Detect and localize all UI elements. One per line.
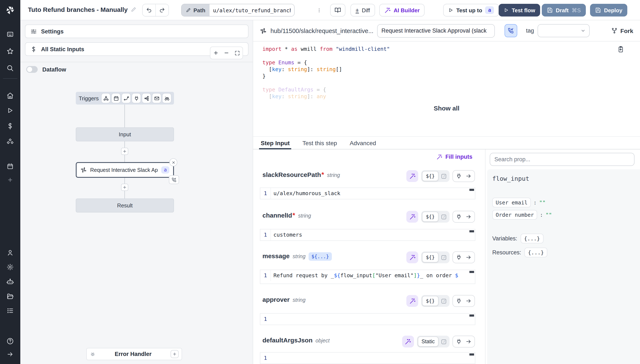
triggers-node[interactable]: Triggers [76, 92, 174, 104]
tag-select[interactable] [538, 24, 590, 37]
function-mode-icon[interactable] [438, 296, 449, 306]
undo-button[interactable] [143, 4, 155, 16]
zoom-in-button[interactable] [213, 50, 219, 56]
result-node[interactable]: Result [76, 198, 174, 212]
step-summary-input[interactable] [377, 24, 494, 38]
copy-code-icon[interactable] [617, 46, 624, 53]
arrow-right-icon[interactable] [466, 173, 472, 179]
fit-view-button[interactable] [234, 50, 240, 56]
code-preview[interactable]: import * as wmill from "windmill-client"… [253, 42, 640, 136]
field-value[interactable]: u/alex/humorous_slack [270, 188, 475, 199]
plug-connect-icon[interactable] [456, 254, 462, 260]
field-editor[interactable]: 1 customers [260, 229, 475, 241]
template-mode-button[interactable]: ${} [422, 296, 438, 306]
search-prop-input[interactable] [490, 153, 634, 166]
deploy-button[interactable]: Deploy [590, 4, 628, 16]
arrow-right-icon[interactable] [466, 298, 472, 304]
settings-gear-icon[interactable] [6, 264, 14, 271]
websocket-trigger-icon[interactable] [132, 94, 140, 103]
ai-fill-button[interactable] [402, 336, 414, 348]
apps-icon[interactable] [6, 31, 14, 38]
http-route-trigger-icon[interactable] [122, 94, 130, 103]
prop-key-chip[interactable]: Order number [492, 210, 537, 220]
edit-title-icon[interactable] [130, 7, 136, 12]
step-node-selected[interactable]: Request Interactive Slack Approval (... … [76, 162, 174, 178]
field-value[interactable]: customers [270, 230, 475, 240]
create-icon[interactable] [7, 177, 13, 183]
input-node[interactable]: Input [76, 128, 174, 141]
user-icon[interactable] [6, 249, 14, 256]
arrow-right-icon[interactable] [466, 214, 472, 220]
static-mode-button[interactable]: Static [418, 336, 438, 347]
function-mode-icon[interactable] [438, 212, 449, 222]
folders-icon[interactable] [6, 293, 14, 300]
error-handler-node[interactable]: Error Handler [86, 348, 182, 360]
path-button[interactable]: Path [182, 4, 210, 16]
email-trigger-icon[interactable] [152, 94, 161, 103]
logs-list-icon[interactable] [6, 307, 14, 314]
redo-button[interactable] [156, 4, 168, 16]
ai-fill-button[interactable] [406, 252, 418, 263]
plug-connect-icon[interactable] [456, 298, 462, 304]
plug-connect-icon[interactable] [456, 338, 462, 344]
insert-step-button[interactable] [121, 184, 128, 191]
test-flow-button[interactable]: Test flow [498, 4, 540, 16]
arrow-right-icon[interactable] [466, 254, 472, 260]
schedules-icon[interactable] [7, 163, 14, 170]
template-mode-button[interactable]: ${} [422, 171, 438, 181]
tab-step-input[interactable]: Step Input [261, 137, 290, 149]
tab-test-this-step[interactable]: Test this step [302, 137, 337, 149]
test-up-to-button[interactable]: Test up to a [443, 4, 499, 16]
function-mode-icon[interactable] [438, 171, 449, 181]
ai-fill-button[interactable] [406, 295, 418, 307]
add-error-handler-button[interactable] [170, 350, 178, 358]
search-icon[interactable] [6, 64, 14, 72]
prop-key-chip[interactable]: User email [492, 198, 531, 208]
path-input[interactable] [210, 4, 294, 16]
delete-step-button[interactable] [169, 158, 177, 166]
fork-button[interactable]: Fork [611, 27, 633, 34]
zoom-out-button[interactable] [224, 50, 230, 56]
runs-icon[interactable] [7, 107, 14, 114]
ai-fill-button[interactable] [406, 211, 418, 223]
suspend-approval-button[interactable] [504, 24, 517, 37]
plug-connect-icon[interactable] [456, 173, 462, 179]
ai-builder-button[interactable]: AI Builder [379, 4, 425, 16]
field-editor[interactable]: 1 Refund request by _${flow_input["User … [260, 270, 475, 284]
tab-advanced[interactable]: Advanced [350, 137, 376, 149]
resources-icon[interactable] [6, 138, 14, 146]
settings-button[interactable]: Settings [25, 24, 248, 38]
template-mode-button[interactable]: ${} [422, 212, 438, 222]
function-mode-icon[interactable] [438, 336, 449, 347]
resources-chip[interactable]: {...} [525, 248, 547, 257]
windmill-logo[interactable] [0, 0, 20, 20]
diff-button[interactable]: ± Diff [350, 4, 375, 16]
kafka-trigger-icon[interactable] [142, 94, 151, 103]
expand-sidebar-icon[interactable] [7, 351, 14, 358]
hub-script-path[interactable]: hub/11500/slack/request_interactive... [270, 27, 373, 34]
docs-button[interactable] [330, 4, 346, 16]
more-menu-button[interactable] [314, 4, 324, 16]
field-editor[interactable]: 1 u/alex/humorous_slack [260, 188, 475, 199]
field-editor[interactable]: 1 [260, 313, 475, 325]
help-icon[interactable] [6, 338, 14, 345]
variables-chip[interactable]: {...} [521, 234, 543, 243]
insert-step-button[interactable] [121, 148, 128, 155]
arrow-right-icon[interactable] [466, 338, 472, 344]
workers-robot-icon[interactable] [6, 278, 14, 286]
field-editor[interactable]: 1 [260, 352, 475, 364]
template-mode-button[interactable]: ${} [422, 252, 438, 262]
poll-trigger-icon[interactable] [162, 94, 171, 103]
plug-connect-icon[interactable] [456, 214, 462, 220]
dataflow-toggle[interactable] [26, 66, 38, 73]
webhook-trigger-icon[interactable] [102, 94, 110, 103]
variables-icon[interactable] [6, 122, 14, 130]
field-value[interactable]: Refund request by _${flow_input["User em… [270, 270, 475, 281]
draft-button[interactable]: Draft ⌘S [542, 4, 586, 16]
show-all-code-button[interactable]: Show all [253, 104, 640, 112]
favorites-icon[interactable] [6, 48, 14, 55]
schedule-trigger-icon[interactable] [112, 94, 120, 103]
function-mode-icon[interactable] [438, 252, 449, 262]
home-icon[interactable] [6, 92, 14, 99]
ai-fill-button[interactable] [406, 170, 418, 182]
